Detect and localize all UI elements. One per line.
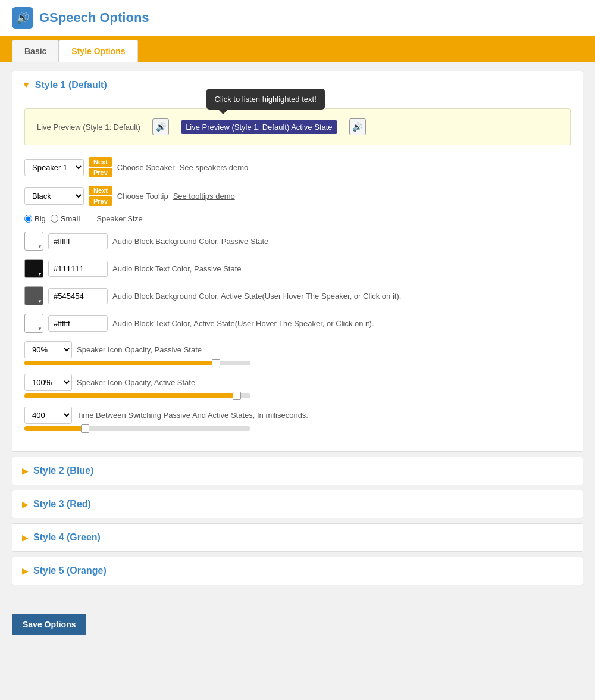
- speaker-size-big-radio[interactable]: [24, 215, 32, 223]
- main-content: ▼ Style 1 (Default) Live Preview (Style …: [0, 62, 595, 599]
- style4-title: Style 4 (Green): [33, 532, 101, 543]
- opacity-active-row: 100% 90% 80% Speaker Icon Opacity, Activ…: [24, 374, 571, 391]
- style2-panel: ▶ Style 2 (Blue): [12, 457, 583, 485]
- color-text-active-row: ▼ Audio Block Text Color, Active State(U…: [24, 314, 571, 333]
- color-text-passive-input[interactable]: [48, 261, 108, 277]
- style1-panel: ▼ Style 1 (Default) Live Preview (Style …: [12, 71, 583, 452]
- tooltip-container: 🔊 Click to listen highlighted text!: [349, 118, 366, 135]
- style1-body: Live Preview (Style 1: Default) 🔊 Live P…: [12, 99, 583, 451]
- speaker-size-big-label[interactable]: Big: [24, 214, 46, 223]
- style3-title: Style 3 (Red): [33, 499, 91, 510]
- color-bg-passive-row: ▼ Audio Block Background Color, Passive …: [24, 232, 571, 251]
- color-bg-active-row: ▼ Audio Block Background Color, Active S…: [24, 286, 571, 305]
- opacity-active-track: [24, 393, 250, 398]
- style3-arrow: ▶: [22, 499, 29, 509]
- color-text-active-swatch[interactable]: ▼: [24, 314, 43, 333]
- opacity-passive-progress: [24, 361, 571, 365]
- preview-box: Live Preview (Style 1: Default) 🔊 Live P…: [24, 108, 571, 145]
- style1-title: Style 1 (Default): [35, 80, 107, 90]
- tooltip-select[interactable]: Black White Blue: [24, 188, 84, 205]
- style3-panel: ▶ Style 3 (Red): [12, 490, 583, 518]
- speaker-size-label: Speaker Size: [96, 214, 142, 223]
- style5-title: Style 5 (Orange): [33, 565, 107, 576]
- speaker-size-row: Big Small Speaker Size: [24, 214, 571, 223]
- transition-time-progress: [24, 426, 571, 431]
- style3-header[interactable]: ▶ Style 3 (Red): [12, 490, 583, 518]
- color-text-active-label: Audio Block Text Color, Active State(Use…: [112, 319, 374, 328]
- transition-time-track: [24, 426, 250, 431]
- style5-header[interactable]: ▶ Style 5 (Orange): [12, 557, 583, 585]
- opacity-passive-thumb[interactable]: [212, 359, 220, 367]
- speaker-size-small-label[interactable]: Small: [51, 214, 80, 223]
- tooltip-demo-link[interactable]: See tooltips demo: [173, 192, 235, 201]
- speaker-demo-link[interactable]: See speakers demo: [180, 163, 249, 172]
- style2-title: Style 2 (Blue): [33, 465, 93, 476]
- tabs-bar: Basic Style Options: [0, 36, 595, 62]
- style4-panel: ▶ Style 4 (Green): [12, 523, 583, 552]
- color-bg-passive-swatch[interactable]: ▼: [24, 232, 43, 251]
- swatch-arrow4: ▼: [37, 326, 42, 332]
- transition-time-fill: [24, 426, 87, 431]
- speaker-next-btn[interactable]: Next: [89, 157, 112, 167]
- style1-arrow: ▼: [22, 80, 30, 90]
- opacity-passive-label: Speaker Icon Opacity, Passive State: [77, 345, 202, 354]
- opacity-passive-fill: [24, 361, 217, 365]
- style2-header[interactable]: ▶ Style 2 (Blue): [12, 457, 583, 485]
- tooltip-bubble: Click to listen highlighted text!: [206, 89, 325, 110]
- color-bg-passive-input[interactable]: [48, 233, 108, 249]
- transition-time-row: 400 200 600 800 Time Between Switching P…: [24, 407, 571, 424]
- tab-basic[interactable]: Basic: [12, 40, 59, 62]
- color-text-passive-label: Audio Block Text Color, Passive State: [112, 264, 242, 273]
- opacity-passive-track: [24, 361, 250, 365]
- tooltip-label: Choose Tooltip: [117, 192, 168, 201]
- speaker-select-row: Speaker 1 Speaker 2 Speaker 3 Next Prev …: [24, 157, 571, 177]
- opacity-passive-select[interactable]: 90% 100% 80% 70%: [24, 341, 72, 358]
- color-bg-active-label: Audio Block Background Color, Active Sta…: [112, 292, 401, 301]
- swatch-arrow3: ▼: [37, 299, 42, 304]
- tab-style-options[interactable]: Style Options: [59, 40, 137, 62]
- page-header: 🔊 GSpeech Options: [0, 0, 595, 36]
- transition-time-select[interactable]: 400 200 600 800: [24, 407, 72, 424]
- speaker-select[interactable]: Speaker 1 Speaker 2 Speaker 3: [24, 159, 84, 176]
- style5-panel: ▶ Style 5 (Orange): [12, 557, 583, 585]
- preview-normal-text: Live Preview (Style 1: Default): [37, 123, 140, 132]
- transition-time-label: Time Between Switching Passive And Activ…: [77, 411, 308, 420]
- style4-arrow: ▶: [22, 533, 29, 542]
- speaker-size-group: Big Small: [24, 214, 80, 223]
- style4-header[interactable]: ▶ Style 4 (Green): [12, 524, 583, 551]
- color-bg-passive-label: Audio Block Background Color, Passive St…: [112, 237, 268, 246]
- swatch-arrow2: ▼: [37, 271, 42, 277]
- app-icon: 🔊: [12, 7, 33, 29]
- color-text-passive-swatch[interactable]: ▼: [24, 259, 43, 278]
- speaker-next-prev: Next Prev: [89, 157, 112, 177]
- opacity-active-select[interactable]: 100% 90% 80%: [24, 374, 72, 391]
- speaker-label: Choose Speaker: [117, 163, 175, 172]
- tooltip-next-prev: Next Prev: [89, 186, 112, 206]
- color-text-active-input[interactable]: [48, 315, 108, 332]
- preview-speaker-icon-passive[interactable]: 🔊: [152, 118, 169, 135]
- tooltip-next-btn[interactable]: Next: [89, 186, 112, 195]
- tooltip-select-row: Black White Blue Next Prev Choose Toolti…: [24, 186, 571, 206]
- opacity-active-label: Speaker Icon Opacity, Active State: [77, 378, 195, 387]
- page-title: GSpeech Options: [39, 10, 149, 26]
- speaker-size-small-radio[interactable]: [51, 215, 58, 223]
- opacity-passive-row: 90% 100% 80% 70% Speaker Icon Opacity, P…: [24, 341, 571, 358]
- color-bg-active-input[interactable]: [48, 288, 108, 304]
- color-text-passive-row: ▼ Audio Block Text Color, Passive State: [24, 259, 571, 278]
- tooltip-prev-btn[interactable]: Prev: [89, 196, 112, 206]
- footer-area: Save Options: [0, 599, 595, 644]
- preview-speaker-icon-active[interactable]: 🔊: [349, 118, 366, 135]
- swatch-arrow: ▼: [37, 244, 42, 249]
- opacity-active-progress: [24, 393, 571, 398]
- opacity-active-thumb[interactable]: [233, 392, 241, 400]
- color-bg-active-swatch[interactable]: ▼: [24, 286, 43, 305]
- preview-active-text: Live Preview (Style 1: Default) Active S…: [181, 120, 337, 134]
- speaker-prev-btn[interactable]: Prev: [89, 168, 112, 177]
- style2-arrow: ▶: [22, 466, 29, 476]
- opacity-active-fill: [24, 393, 239, 398]
- transition-time-thumb[interactable]: [81, 424, 89, 433]
- style5-arrow: ▶: [22, 566, 29, 576]
- save-options-button[interactable]: Save Options: [12, 614, 86, 635]
